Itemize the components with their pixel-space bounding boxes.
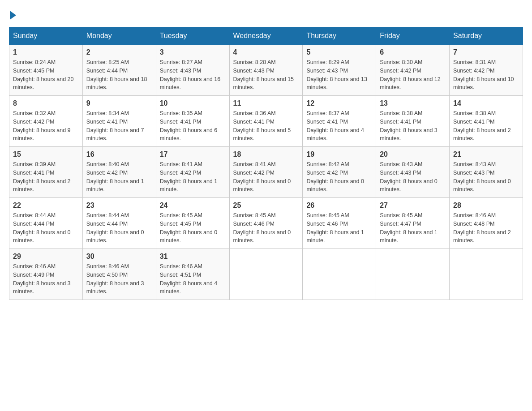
day-number: 25	[233, 201, 299, 210]
day-number: 20	[380, 150, 446, 158]
calendar-cell: 31 Sunrise: 8:46 AM Sunset: 4:51 PM Dayl…	[156, 249, 229, 300]
day-info: Sunrise: 8:46 AM Sunset: 4:49 PM Dayligh…	[13, 262, 79, 296]
day-number: 27	[380, 201, 446, 210]
weekday-header-monday: Monday	[82, 27, 156, 45]
day-info: Sunrise: 8:35 AM Sunset: 4:41 PM Dayligh…	[160, 109, 226, 143]
day-number: 26	[306, 201, 372, 210]
day-number: 17	[160, 150, 226, 158]
day-info: Sunrise: 8:37 AM Sunset: 4:41 PM Dayligh…	[306, 109, 372, 143]
day-number: 14	[453, 99, 519, 107]
day-info: Sunrise: 8:29 AM Sunset: 4:43 PM Dayligh…	[306, 58, 372, 92]
day-number: 7	[453, 48, 519, 56]
day-number: 1	[13, 48, 79, 56]
logo	[9, 9, 16, 18]
day-info: Sunrise: 8:44 AM Sunset: 4:44 PM Dayligh…	[13, 211, 79, 245]
day-info: Sunrise: 8:45 AM Sunset: 4:47 PM Dayligh…	[380, 211, 446, 245]
calendar-cell	[229, 249, 303, 300]
day-info: Sunrise: 8:39 AM Sunset: 4:41 PM Dayligh…	[13, 160, 79, 194]
calendar-cell: 4 Sunrise: 8:28 AM Sunset: 4:43 PM Dayli…	[229, 45, 303, 96]
weekday-header-wednesday: Wednesday	[229, 27, 303, 45]
day-info: Sunrise: 8:38 AM Sunset: 4:41 PM Dayligh…	[453, 109, 519, 143]
day-number: 11	[233, 99, 299, 107]
calendar-cell: 17 Sunrise: 8:41 AM Sunset: 4:42 PM Dayl…	[156, 147, 229, 198]
day-number: 4	[233, 48, 299, 56]
day-info: Sunrise: 8:46 AM Sunset: 4:51 PM Dayligh…	[160, 262, 226, 296]
calendar-cell: 30 Sunrise: 8:46 AM Sunset: 4:50 PM Dayl…	[82, 249, 156, 300]
day-number: 15	[13, 150, 79, 158]
day-info: Sunrise: 8:43 AM Sunset: 4:43 PM Dayligh…	[453, 160, 519, 194]
weekday-header-row: SundayMondayTuesdayWednesdayThursdayFrid…	[9, 27, 523, 45]
day-number: 6	[380, 48, 446, 56]
day-info: Sunrise: 8:32 AM Sunset: 4:42 PM Dayligh…	[13, 109, 79, 143]
day-number: 2	[86, 48, 152, 56]
day-number: 10	[160, 99, 226, 107]
day-info: Sunrise: 8:42 AM Sunset: 4:42 PM Dayligh…	[306, 160, 372, 194]
day-number: 22	[13, 201, 79, 210]
calendar-cell	[450, 249, 523, 300]
calendar-cell: 8 Sunrise: 8:32 AM Sunset: 4:42 PM Dayli…	[9, 96, 83, 147]
calendar-cell: 7 Sunrise: 8:31 AM Sunset: 4:42 PM Dayli…	[450, 45, 523, 96]
day-info: Sunrise: 8:41 AM Sunset: 4:42 PM Dayligh…	[160, 160, 226, 194]
calendar-cell: 27 Sunrise: 8:45 AM Sunset: 4:47 PM Dayl…	[376, 198, 450, 249]
day-info: Sunrise: 8:43 AM Sunset: 4:43 PM Dayligh…	[380, 160, 446, 194]
calendar-cell: 18 Sunrise: 8:41 AM Sunset: 4:42 PM Dayl…	[229, 147, 303, 198]
calendar-cell: 2 Sunrise: 8:25 AM Sunset: 4:44 PM Dayli…	[82, 45, 156, 96]
calendar-week-row: 22 Sunrise: 8:44 AM Sunset: 4:44 PM Dayl…	[9, 198, 523, 249]
calendar-cell: 10 Sunrise: 8:35 AM Sunset: 4:41 PM Dayl…	[156, 96, 229, 147]
calendar-cell: 12 Sunrise: 8:37 AM Sunset: 4:41 PM Dayl…	[303, 96, 376, 147]
calendar-cell: 16 Sunrise: 8:40 AM Sunset: 4:42 PM Dayl…	[82, 147, 156, 198]
day-info: Sunrise: 8:31 AM Sunset: 4:42 PM Dayligh…	[453, 58, 519, 92]
calendar-cell: 24 Sunrise: 8:45 AM Sunset: 4:45 PM Dayl…	[156, 198, 229, 249]
day-number: 30	[86, 253, 152, 261]
day-info: Sunrise: 8:24 AM Sunset: 4:45 PM Dayligh…	[13, 58, 79, 92]
weekday-header-friday: Friday	[376, 27, 450, 45]
day-info: Sunrise: 8:34 AM Sunset: 4:41 PM Dayligh…	[86, 109, 152, 143]
calendar-table: SundayMondayTuesdayWednesdayThursdayFrid…	[9, 27, 523, 300]
day-info: Sunrise: 8:46 AM Sunset: 4:48 PM Dayligh…	[453, 211, 519, 245]
day-number: 29	[13, 253, 79, 261]
calendar-week-row: 1 Sunrise: 8:24 AM Sunset: 4:45 PM Dayli…	[9, 45, 523, 96]
calendar-cell: 28 Sunrise: 8:46 AM Sunset: 4:48 PM Dayl…	[450, 198, 523, 249]
day-info: Sunrise: 8:41 AM Sunset: 4:42 PM Dayligh…	[233, 160, 299, 194]
calendar-week-row: 15 Sunrise: 8:39 AM Sunset: 4:41 PM Dayl…	[9, 147, 523, 198]
calendar-cell: 6 Sunrise: 8:30 AM Sunset: 4:42 PM Dayli…	[376, 45, 450, 96]
day-number: 18	[233, 150, 299, 158]
calendar-cell: 26 Sunrise: 8:45 AM Sunset: 4:46 PM Dayl…	[303, 198, 376, 249]
day-number: 3	[160, 48, 226, 56]
day-number: 28	[453, 201, 519, 210]
day-info: Sunrise: 8:25 AM Sunset: 4:44 PM Dayligh…	[86, 58, 152, 92]
calendar-cell: 3 Sunrise: 8:27 AM Sunset: 4:43 PM Dayli…	[156, 45, 229, 96]
day-info: Sunrise: 8:40 AM Sunset: 4:42 PM Dayligh…	[86, 160, 152, 194]
day-info: Sunrise: 8:38 AM Sunset: 4:41 PM Dayligh…	[380, 109, 446, 143]
day-number: 31	[160, 253, 226, 261]
calendar-cell	[376, 249, 450, 300]
logo-arrow-icon	[10, 11, 16, 20]
day-number: 23	[86, 201, 152, 210]
day-number: 21	[453, 150, 519, 158]
day-number: 9	[86, 99, 152, 107]
weekday-header-tuesday: Tuesday	[156, 27, 229, 45]
day-info: Sunrise: 8:30 AM Sunset: 4:42 PM Dayligh…	[380, 58, 446, 92]
calendar-cell: 5 Sunrise: 8:29 AM Sunset: 4:43 PM Dayli…	[303, 45, 376, 96]
day-info: Sunrise: 8:45 AM Sunset: 4:46 PM Dayligh…	[306, 211, 372, 245]
calendar-cell: 19 Sunrise: 8:42 AM Sunset: 4:42 PM Dayl…	[303, 147, 376, 198]
day-number: 5	[306, 48, 372, 56]
calendar-cell: 22 Sunrise: 8:44 AM Sunset: 4:44 PM Dayl…	[9, 198, 83, 249]
calendar-cell: 15 Sunrise: 8:39 AM Sunset: 4:41 PM Dayl…	[9, 147, 83, 198]
day-number: 19	[306, 150, 372, 158]
day-info: Sunrise: 8:27 AM Sunset: 4:43 PM Dayligh…	[160, 58, 226, 92]
weekday-header-saturday: Saturday	[450, 27, 523, 45]
day-number: 8	[13, 99, 79, 107]
calendar-cell: 25 Sunrise: 8:45 AM Sunset: 4:46 PM Dayl…	[229, 198, 303, 249]
calendar-cell	[303, 249, 376, 300]
day-number: 24	[160, 201, 226, 210]
day-info: Sunrise: 8:28 AM Sunset: 4:43 PM Dayligh…	[233, 58, 299, 92]
calendar-cell: 9 Sunrise: 8:34 AM Sunset: 4:41 PM Dayli…	[82, 96, 156, 147]
calendar-week-row: 8 Sunrise: 8:32 AM Sunset: 4:42 PM Dayli…	[9, 96, 523, 147]
day-info: Sunrise: 8:45 AM Sunset: 4:45 PM Dayligh…	[160, 211, 226, 245]
day-number: 12	[306, 99, 372, 107]
weekday-header-thursday: Thursday	[303, 27, 376, 45]
page-header	[9, 9, 523, 18]
day-info: Sunrise: 8:44 AM Sunset: 4:44 PM Dayligh…	[86, 211, 152, 245]
calendar-cell: 11 Sunrise: 8:36 AM Sunset: 4:41 PM Dayl…	[229, 96, 303, 147]
